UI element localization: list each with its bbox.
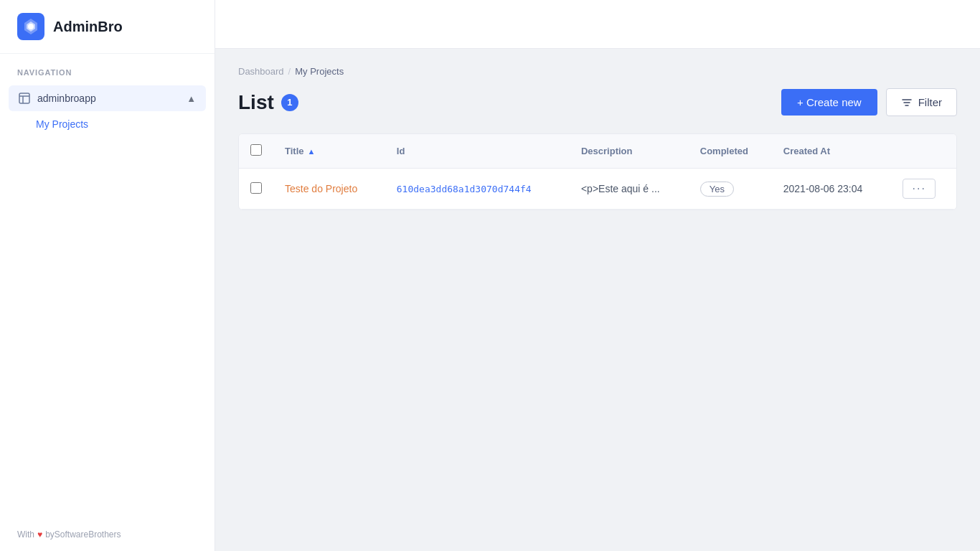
breadcrumb-separator: / xyxy=(288,66,291,77)
row-title-link[interactable]: Teste do Projeto xyxy=(285,183,357,194)
sidebar-footer: With ♥ bySoftwareBrothers xyxy=(0,518,215,551)
nav-section-label: NAVIGATION xyxy=(0,54,215,83)
th-actions xyxy=(891,134,956,169)
nav-item-label: adminbroapp xyxy=(37,93,96,104)
content-area: Dashboard / My Projects List 1 + Create … xyxy=(215,49,980,551)
top-bar xyxy=(215,0,980,49)
heart-icon: ♥ xyxy=(37,529,42,540)
nav-group-adminbroapp: adminbroapp ▲ My Projects xyxy=(9,85,206,137)
footer-suffix: bySoftwareBrothers xyxy=(45,529,121,540)
page-title: List xyxy=(238,91,274,114)
th-completed: Completed xyxy=(689,134,772,169)
nav-sub-items: My Projects xyxy=(9,111,206,137)
chevron-up-icon: ▲ xyxy=(187,93,196,104)
table-row: Teste do Projeto 610dea3dd68a1d3070d744f… xyxy=(239,169,956,209)
sidebar: AdminBro NAVIGATION adminbroapp ▲ My Pro… xyxy=(0,0,215,551)
count-badge: 1 xyxy=(281,94,298,111)
breadcrumb-current: My Projects xyxy=(295,66,344,77)
filter-label: Filter xyxy=(918,96,942,108)
td-created-at: 2021-08-06 23:04 xyxy=(772,169,892,209)
td-checkbox xyxy=(239,169,273,209)
th-description: Description xyxy=(570,134,689,169)
page-title-group: List 1 xyxy=(238,91,298,114)
data-table-card: Title ▲ Id Description Completed Created… xyxy=(238,133,957,210)
td-completed: Yes xyxy=(689,169,772,209)
filter-icon xyxy=(901,97,913,108)
th-title[interactable]: Title ▲ xyxy=(273,134,385,169)
app-name: AdminBro xyxy=(53,19,123,35)
td-description: <p>Este aqui é ... xyxy=(570,169,689,209)
td-row-actions: ··· xyxy=(891,169,956,209)
completed-badge: Yes xyxy=(700,182,734,197)
breadcrumb-dashboard[interactable]: Dashboard xyxy=(238,66,284,77)
th-id: Id xyxy=(385,134,570,169)
main-content: Dashboard / My Projects List 1 + Create … xyxy=(215,0,980,551)
header-actions: + Create new Filter xyxy=(781,88,957,116)
nav-item-adminbroapp[interactable]: adminbroapp ▲ xyxy=(9,85,206,111)
page-header: List 1 + Create new Filter xyxy=(238,88,957,116)
th-title-label: Title xyxy=(285,146,304,156)
nav-sub-item-my-projects[interactable]: My Projects xyxy=(9,111,206,137)
select-all-checkbox[interactable] xyxy=(250,144,262,156)
data-table: Title ▲ Id Description Completed Created… xyxy=(239,134,956,209)
create-new-button[interactable]: + Create new xyxy=(781,89,877,116)
th-created-at: Created At xyxy=(772,134,892,169)
th-checkbox xyxy=(239,134,273,169)
sidebar-logo: AdminBro xyxy=(0,0,215,54)
td-title: Teste do Projeto xyxy=(273,169,385,209)
svg-rect-2 xyxy=(19,93,29,103)
svg-point-1 xyxy=(28,24,34,29)
sort-asc-icon: ▲ xyxy=(308,147,316,156)
table-header-row: Title ▲ Id Description Completed Created… xyxy=(239,134,956,169)
row-id: 610dea3dd68a1d3070d744f4 xyxy=(397,184,532,194)
my-projects-link[interactable]: My Projects xyxy=(36,118,88,130)
adminbro-logo-icon xyxy=(17,13,44,40)
filter-button[interactable]: Filter xyxy=(886,88,957,116)
row-select-checkbox[interactable] xyxy=(250,182,262,194)
footer-prefix: With xyxy=(17,529,34,540)
breadcrumb: Dashboard / My Projects xyxy=(238,66,957,77)
table-icon xyxy=(19,93,30,104)
row-actions-button[interactable]: ··· xyxy=(903,179,935,199)
td-id: 610dea3dd68a1d3070d744f4 xyxy=(385,169,570,209)
